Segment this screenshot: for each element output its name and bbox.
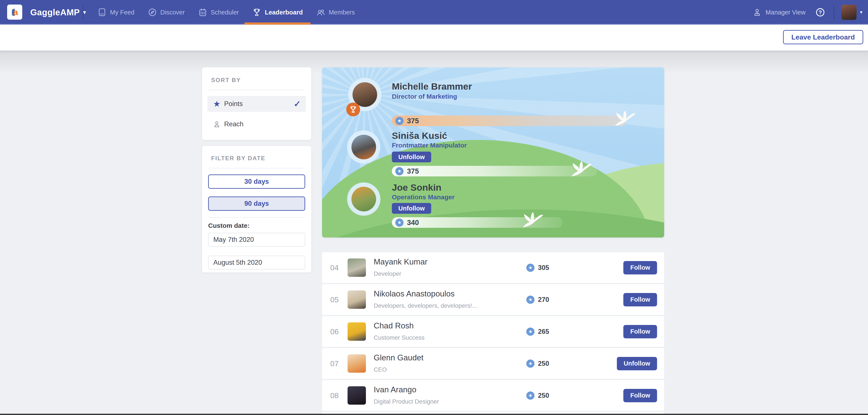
avatar [347, 322, 366, 341]
manager-view-label: Manager View [766, 9, 806, 16]
follow-button[interactable]: Follow [623, 325, 657, 338]
points-star-icon: ★ [526, 391, 534, 400]
tab-label: My Feed [110, 9, 134, 16]
points-bar: ★ 375 [392, 115, 626, 126]
range-30-days-button[interactable]: 30 days [208, 174, 305, 189]
avatar [351, 135, 376, 159]
points-value: 265 [538, 328, 549, 336]
leave-leaderboard-button[interactable]: Leave Leaderboard [783, 30, 863, 44]
member-title: Developers, developers, developers!... [374, 302, 477, 309]
sort-option-label: Reach [224, 120, 244, 128]
window-bottom-edge [0, 414, 868, 415]
rank-number: 05 [330, 296, 339, 304]
avatar [347, 258, 366, 277]
divider [208, 168, 305, 168]
points-group: ★ 250 [526, 359, 549, 368]
unfollow-button[interactable]: Unfollow [392, 203, 431, 214]
start-date-input[interactable]: May 7th 2020 [208, 233, 305, 247]
nav-divider [83, 6, 83, 19]
sort-option-points[interactable]: ★ Points ✓ [207, 96, 306, 112]
compass-icon [148, 8, 157, 17]
list-item: 06 Chad Rosh Customer Success ★ 265 Foll… [322, 316, 664, 347]
member-name: Chad Rosh [374, 321, 414, 331]
tab-label: Members [329, 9, 355, 16]
member-name: Glenn Gaudet [374, 353, 424, 362]
end-date-input[interactable]: August 5th 2020 [208, 256, 305, 270]
avatar [347, 386, 366, 405]
member-name: Nikolaos Anastopoulos [374, 289, 455, 299]
member-title: Digital Product Designer [374, 398, 439, 405]
gaggleamp-logo-icon[interactable]: a [7, 4, 22, 20]
rank-number: 08 [330, 391, 339, 400]
nav-right-group: Manager View ? ▾ [752, 0, 862, 25]
points-group: ★ 265 [526, 327, 549, 336]
tab-members[interactable]: Members [316, 0, 355, 25]
follow-button[interactable]: Unfollow [617, 357, 657, 370]
points-group: ★ 250 [526, 391, 549, 400]
custom-date-label: Custom date: [208, 222, 250, 229]
star-icon: ★ [212, 100, 221, 108]
bird-icon [569, 160, 594, 179]
member-name: Michelle Brammer [392, 81, 472, 92]
manager-view-button[interactable]: Manager View [752, 8, 806, 17]
help-button[interactable]: ? [815, 7, 825, 17]
bird-icon [613, 110, 638, 128]
points-star-icon: ★ [395, 167, 404, 175]
chevron-down-icon[interactable]: ▾ [860, 9, 862, 15]
top3-podium-card: Michelle Brammer Director of Marketing ★… [322, 67, 664, 238]
points-group: ★ 305 [526, 264, 549, 272]
svg-text:?: ? [818, 9, 822, 15]
avatar [347, 354, 366, 373]
leaderboard-page: a GaggleAMP ▾ My Feed Discover Scheduler [0, 0, 868, 415]
rank-number: 06 [330, 327, 339, 336]
avatar [347, 290, 366, 309]
filter-by-date-title: FILTER BY DATE [211, 155, 266, 162]
tab-label: Scheduler [211, 9, 239, 16]
sort-option-label: Points [224, 100, 243, 108]
person-icon [212, 120, 221, 128]
sort-by-panel: SORT BY ★ Points ✓ Reach [202, 67, 311, 140]
follow-button[interactable]: Follow [623, 293, 657, 306]
points-group: ★ 270 [526, 296, 549, 304]
follow-button[interactable]: Follow [623, 389, 657, 402]
points-star-icon: ★ [526, 296, 534, 304]
members-icon [316, 8, 325, 17]
member-title: Developer [374, 270, 401, 277]
divider [208, 217, 305, 218]
list-item: 08 Ivan Arango Digital Product Designer … [322, 380, 664, 411]
check-icon: ✓ [293, 99, 301, 109]
sub-header: Leave Leaderboard [0, 25, 868, 50]
tab-discover[interactable]: Discover [148, 0, 185, 25]
tab-scheduler[interactable]: Scheduler [198, 0, 239, 25]
points-value: 270 [538, 296, 549, 304]
user-avatar[interactable] [841, 5, 857, 20]
member-title: Customer Success [374, 334, 425, 341]
sort-option-reach[interactable]: Reach [207, 116, 306, 132]
nav-tabs: My Feed Discover Scheduler Leaderboard M… [97, 0, 355, 25]
list-item: 04 Mayank Kumar Developer ★ 305 Follow [322, 252, 664, 283]
list-item: 07 Glenn Gaudet CEO ★ 250 Unfollow [322, 348, 664, 379]
points-value: 375 [407, 117, 419, 125]
rank-number: 04 [330, 264, 339, 272]
chevron-down-icon: ▾ [83, 9, 86, 15]
follow-button[interactable]: Follow [623, 261, 657, 274]
points-bar: ★ 375 [392, 166, 597, 176]
tab-my-feed[interactable]: My Feed [97, 0, 134, 25]
help-icon: ? [815, 7, 825, 17]
points-value: 375 [407, 167, 419, 175]
list-item: 05 Nikolaos Anastopoulos Developers, dev… [322, 284, 664, 315]
unfollow-button[interactable]: Unfollow [392, 151, 431, 162]
points-star-icon: ★ [395, 218, 404, 227]
trophy-icon [252, 8, 261, 17]
member-name: Siniša Kusić [392, 130, 447, 141]
range-90-days-button[interactable]: 90 days [208, 197, 305, 211]
tab-leaderboard[interactable]: Leaderboard [252, 0, 303, 25]
trophy-icon [349, 105, 357, 113]
brand-menu[interactable]: GaggleAMP ▾ [30, 0, 86, 25]
member-name: Mayank Kumar [374, 257, 428, 267]
member-name: Ivan Arango [374, 385, 416, 394]
logo-glyph: a [9, 6, 20, 18]
rank1-trophy-badge [346, 103, 360, 116]
points-value: 250 [538, 392, 549, 400]
points-value: 340 [407, 218, 419, 227]
